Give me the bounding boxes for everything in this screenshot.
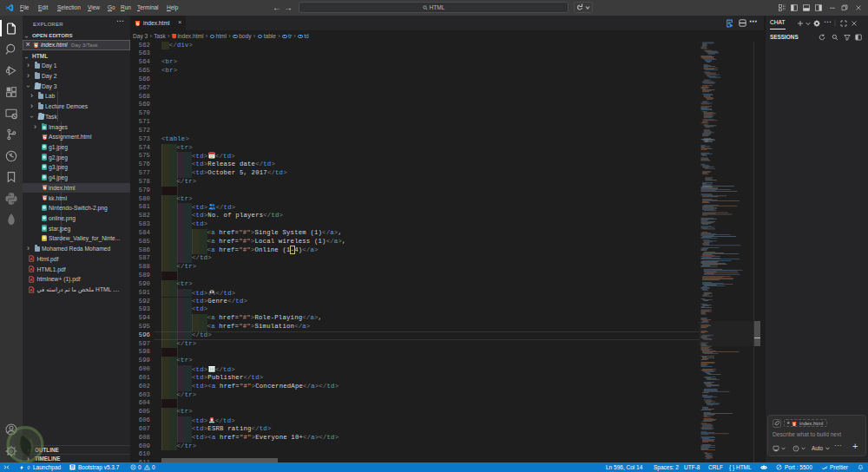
svg-text:B: B	[71, 465, 75, 469]
svg-text:17: 17	[210, 155, 214, 159]
